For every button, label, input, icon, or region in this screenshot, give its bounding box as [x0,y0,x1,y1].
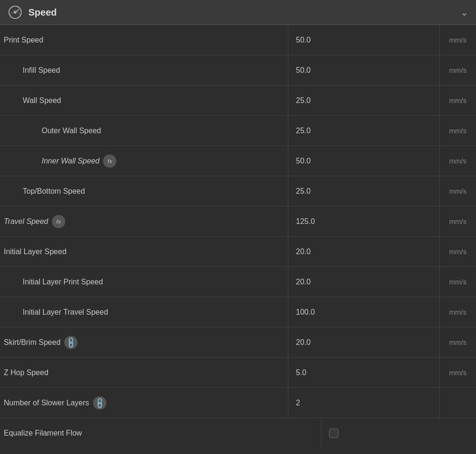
value-cell-z-hop-speed [288,358,439,387]
value-input-infill-speed[interactable] [288,55,439,85]
label-top-bottom-speed: Top/Bottom Speed [4,187,85,196]
unit-number-of-slower-layers [439,388,472,418]
link-badge[interactable]: 🔗 [90,394,109,412]
value-input-initial-layer-speed[interactable] [288,237,439,266]
value-input-skirt-brim-speed[interactable] [288,327,439,357]
value-input-top-bottom-speed[interactable] [288,176,439,206]
fx-badge[interactable]: fx [103,154,116,168]
speedometer-icon [8,5,23,20]
label-cell-initial-layer-speed: Initial Layer Speed [4,248,288,256]
value-input-wall-speed[interactable] [288,86,439,115]
row-initial-layer-print-speed: Initial Layer Print Speedmm/s [0,267,476,297]
label-outer-wall-speed: Outer Wall Speed [4,127,101,135]
value-input-inner-wall-speed[interactable] [288,146,439,176]
row-number-of-slower-layers: Number of Slower Layers🔗 [0,388,476,418]
row-wall-speed: Wall Speedmm/s [0,86,476,116]
label-infill-speed: Infill Speed [4,66,60,75]
unit-z-hop-speed: mm/s [439,358,472,387]
label-travel-speed: Travel Speed [4,217,48,226]
label-cell-initial-layer-travel-speed: Initial Layer Travel Speed [4,308,288,317]
row-equalize-filament-flow: Equalize Filament Flow [0,418,476,448]
value-cell-initial-layer-speed [288,237,439,266]
label-cell-z-hop-speed: Z Hop Speed [4,368,288,377]
value-input-number-of-slower-layers[interactable] [288,388,439,418]
panel-header: Speed ⌄ [0,0,476,25]
row-top-bottom-speed: Top/Bottom Speedmm/s [0,176,476,206]
row-print-speed: Print Speedmm/s [0,25,476,55]
label-cell-travel-speed: Travel Speedfx [4,215,288,228]
value-input-initial-layer-travel-speed[interactable] [288,297,439,327]
value-cell-travel-speed [288,206,439,236]
value-cell-wall-speed [288,86,439,115]
label-inner-wall-speed: Inner Wall Speed [4,157,99,165]
chevron-down-icon[interactable]: ⌄ [460,7,468,18]
label-cell-wall-speed: Wall Speed [4,96,288,105]
value-cell-outer-wall-speed [288,116,439,146]
value-cell-inner-wall-speed [288,146,439,176]
row-initial-layer-speed: Initial Layer Speedmm/s [0,237,476,267]
label-initial-layer-travel-speed: Initial Layer Travel Speed [4,308,108,317]
value-cell-print-speed [288,25,439,55]
label-cell-infill-speed: Infill Speed [4,66,288,75]
label-cell-inner-wall-speed: Inner Wall Speedfx [4,154,288,168]
label-equalize-filament-flow: Equalize Filament Flow [4,429,82,437]
unit-initial-layer-speed: mm/s [439,237,472,266]
value-cell-initial-layer-travel-speed [288,297,439,327]
label-z-hop-speed: Z Hop Speed [4,368,48,377]
label-cell-top-bottom-speed: Top/Bottom Speed [4,187,288,196]
speed-panel: Speed ⌄ Print Speedmm/sInfill Speedmm/sW… [0,0,476,448]
settings-table: Print Speedmm/sInfill Speedmm/sWall Spee… [0,25,476,448]
label-cell-initial-layer-print-speed: Initial Layer Print Speed [4,278,288,286]
row-z-hop-speed: Z Hop Speedmm/s [0,358,476,388]
unit-top-bottom-speed: mm/s [439,176,472,206]
checkbox-cell-equalize-filament-flow [321,418,472,448]
row-inner-wall-speed: Inner Wall Speedfxmm/s [0,146,476,176]
label-cell-print-speed: Print Speed [4,36,288,44]
value-input-z-hop-speed[interactable] [288,358,439,387]
unit-initial-layer-print-speed: mm/s [439,267,472,297]
label-skirt-brim-speed: Skirt/Brim Speed [4,338,61,347]
unit-infill-speed: mm/s [439,55,472,85]
unit-outer-wall-speed: mm/s [439,116,472,146]
panel-title: Speed [28,7,57,18]
value-cell-top-bottom-speed [288,176,439,206]
value-input-print-speed[interactable] [288,25,439,55]
header-left: Speed [8,5,57,20]
value-cell-initial-layer-print-speed [288,267,439,297]
unit-initial-layer-travel-speed: mm/s [439,297,472,327]
label-number-of-slower-layers: Number of Slower Layers [4,399,89,407]
row-infill-speed: Infill Speedmm/s [0,55,476,86]
value-input-outer-wall-speed[interactable] [288,116,439,146]
row-outer-wall-speed: Outer Wall Speedmm/s [0,116,476,146]
value-input-travel-speed[interactable] [288,206,439,236]
unit-print-speed: mm/s [439,25,472,55]
value-cell-skirt-brim-speed [288,327,439,357]
label-initial-layer-speed: Initial Layer Speed [4,248,67,256]
label-initial-layer-print-speed: Initial Layer Print Speed [4,278,103,286]
unit-inner-wall-speed: mm/s [439,146,472,176]
fx-badge[interactable]: fx [52,215,65,228]
unit-wall-speed: mm/s [439,86,472,115]
value-cell-number-of-slower-layers [288,388,439,418]
label-wall-speed: Wall Speed [4,96,61,105]
row-initial-layer-travel-speed: Initial Layer Travel Speedmm/s [0,297,476,327]
label-print-speed: Print Speed [4,36,43,44]
unit-travel-speed: mm/s [439,206,472,236]
label-cell-outer-wall-speed: Outer Wall Speed [4,127,288,135]
label-cell-equalize-filament-flow: Equalize Filament Flow [4,429,321,437]
unit-skirt-brim-speed: mm/s [439,327,472,357]
row-skirt-brim-speed: Skirt/Brim Speed🔗mm/s [0,327,476,358]
checkbox-equalize-filament-flow[interactable] [329,428,338,438]
label-cell-skirt-brim-speed: Skirt/Brim Speed🔗 [4,336,288,349]
label-cell-number-of-slower-layers: Number of Slower Layers🔗 [4,396,288,410]
link-badge[interactable]: 🔗 [61,333,80,352]
value-input-initial-layer-print-speed[interactable] [288,267,439,297]
svg-point-2 [14,11,16,13]
value-cell-infill-speed [288,55,439,85]
row-travel-speed: Travel Speedfxmm/s [0,206,476,237]
